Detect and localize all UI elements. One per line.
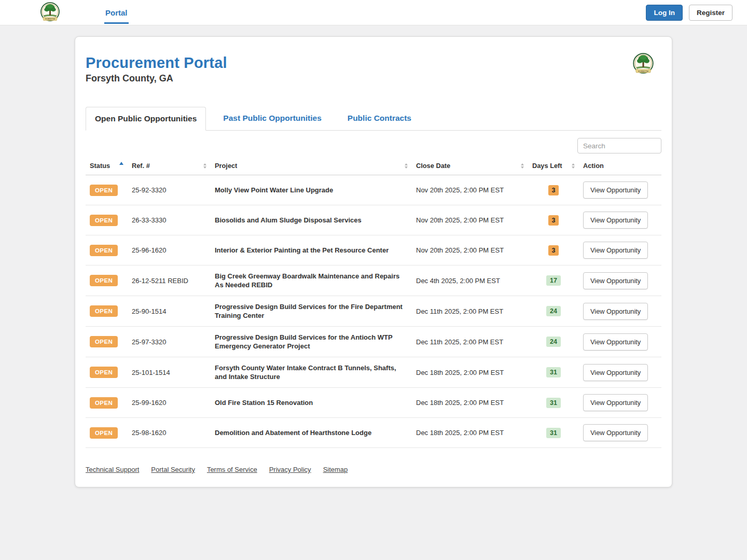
project-name: Old Fire Station 15 Renovation [211, 388, 412, 418]
column-header-action: Action [579, 158, 661, 175]
tab-public-contracts[interactable]: Public Contracts [339, 107, 420, 130]
view-opportunity-button[interactable]: View Opportunity [583, 364, 648, 381]
tab-bar: Open Public Opportunities Past Public Op… [86, 107, 661, 131]
search-bar-container [86, 138, 661, 153]
footer-link-technical-support[interactable]: Technical Support [86, 466, 139, 473]
sort-icon [405, 163, 408, 169]
top-navbar: FORSYTH Portal Log In Register [0, 0, 747, 25]
table-row: OPEN 25-90-1514 Progressive Design Build… [86, 296, 661, 327]
table-row: OPEN 26-33-3330 Biosolids and Alum Sludg… [86, 205, 661, 235]
table-row: OPEN 25-92-3320 Molly View Point Water L… [86, 175, 661, 205]
footer-link-sitemap[interactable]: Sitemap [323, 466, 348, 473]
sort-icon [203, 163, 206, 169]
close-date: Dec 18th 2025, 2:00 PM EST [412, 418, 528, 448]
sort-icon [572, 163, 575, 169]
days-left-badge: 3 [548, 215, 559, 226]
close-date: Dec 11th 2025, 2:00 PM EST [412, 296, 528, 327]
status-badge: OPEN [90, 275, 118, 286]
status-badge: OPEN [90, 245, 118, 256]
status-badge: OPEN [90, 305, 118, 317]
status-badge: OPEN [90, 397, 118, 409]
column-label-status: Status [90, 162, 110, 170]
logo-banner-text: FORSYTH [638, 70, 648, 73]
ref-number: 25-98-1620 [128, 418, 211, 448]
ref-number: 25-92-3320 [128, 175, 211, 205]
ref-number: 26-12-5211 REBID [128, 265, 211, 296]
view-opportunity-button[interactable]: View Opportunity [583, 333, 648, 351]
footer: Technical Support Portal Security Terms … [86, 466, 661, 473]
table-row: OPEN 26-12-5211 REBID Big Creek Greenway… [86, 265, 661, 296]
days-left-badge: 24 [546, 337, 561, 347]
view-opportunity-button[interactable]: View Opportunity [583, 303, 648, 320]
ref-number: 25-90-1514 [128, 296, 211, 327]
footer-link-portal-security[interactable]: Portal Security [151, 466, 195, 473]
table-row: OPEN 25-99-1620 Old Fire Station 15 Reno… [86, 388, 661, 418]
project-name: Forsyth County Water Intake Contract B T… [211, 357, 412, 388]
days-left-badge: 31 [546, 367, 561, 377]
ref-number: 25-99-1620 [128, 388, 211, 418]
ref-number: 25-97-3320 [128, 327, 211, 357]
view-opportunity-button[interactable]: View Opportunity [583, 181, 648, 199]
status-badge: OPEN [90, 185, 118, 196]
project-name: Interior & Exterior Painting at the Pet … [211, 235, 412, 265]
column-label-days-left: Days Left [532, 162, 562, 170]
tab-open-public-opportunities[interactable]: Open Public Opportunities [86, 107, 206, 131]
column-header-project[interactable]: Project [211, 158, 412, 175]
footer-link-terms-of-service[interactable]: Terms of Service [207, 466, 257, 473]
status-badge: OPEN [90, 367, 118, 378]
close-date: Dec 11th 2025, 2:00 PM EST [412, 327, 528, 357]
column-header-status[interactable]: Status [86, 158, 128, 175]
view-opportunity-button[interactable]: View Opportunity [583, 394, 648, 411]
days-left-badge: 31 [546, 398, 561, 408]
page-subtitle: Forsyth County, GA [86, 73, 227, 84]
project-name: Progressive Design Build Services for th… [211, 327, 412, 357]
card-header: Procurement Portal Forsyth County, GA FO… [86, 48, 661, 84]
days-left-badge: 31 [546, 428, 561, 438]
ref-number: 25-101-1514 [128, 357, 211, 388]
table-row: OPEN 25-96-1620 Interior & Exterior Pain… [86, 235, 661, 265]
column-label-close-date: Close Date [416, 162, 450, 170]
view-opportunity-button[interactable]: View Opportunity [583, 424, 648, 441]
view-opportunity-button[interactable]: View Opportunity [583, 212, 648, 229]
login-button[interactable]: Log In [646, 5, 683, 21]
table-row: OPEN 25-97-3320 Progressive Design Build… [86, 327, 661, 357]
sort-icon [521, 163, 524, 169]
days-left-badge: 17 [546, 275, 561, 286]
column-header-close-date[interactable]: Close Date [412, 158, 528, 175]
column-label-ref: Ref. # [132, 162, 150, 170]
close-date: Nov 20th 2025, 2:00 PM EST [412, 205, 528, 235]
opportunities-tbody: OPEN 25-92-3320 Molly View Point Water L… [86, 175, 661, 448]
logo-banner-text: FORSYTH [45, 18, 55, 20]
search-input[interactable] [577, 138, 661, 153]
nav-actions: Log In Register [646, 5, 732, 21]
close-date: Dec 18th 2025, 2:00 PM EST [412, 357, 528, 388]
forsyth-county-logo: FORSYTH [38, 2, 62, 23]
tab-past-public-opportunities[interactable]: Past Public Opportunities [214, 107, 330, 130]
status-badge: OPEN [90, 215, 118, 226]
column-label-action: Action [583, 162, 604, 170]
ref-number: 25-96-1620 [128, 235, 211, 265]
days-left-badge: 24 [546, 306, 561, 316]
project-name: Biosolids and Alum Sludge Disposal Servi… [211, 205, 412, 235]
table-row: OPEN 25-98-1620 Demolition and Abatement… [86, 418, 661, 448]
close-date: Dec 18th 2025, 2:00 PM EST [412, 388, 528, 418]
procurement-portal-card: Procurement Portal Forsyth County, GA FO… [75, 36, 672, 487]
title-block: Procurement Portal Forsyth County, GA [86, 48, 227, 84]
column-header-ref[interactable]: Ref. # [128, 158, 211, 175]
register-button[interactable]: Register [689, 5, 732, 21]
view-opportunity-button[interactable]: View Opportunity [583, 272, 648, 289]
nav-portal-link[interactable]: Portal [105, 0, 128, 25]
project-name: Molly View Point Water Line Upgrade [211, 175, 412, 205]
table-row: OPEN 25-101-1514 Forsyth County Water In… [86, 357, 661, 388]
project-name: Big Creek Greenway Boardwalk Maintenance… [211, 265, 412, 296]
table-header-row: Status Ref. # Project [86, 158, 661, 175]
column-header-days-left[interactable]: Days Left [528, 158, 579, 175]
close-date: Dec 4th 2025, 2:00 PM EST [412, 265, 528, 296]
close-date: Nov 20th 2025, 2:00 PM EST [412, 175, 528, 205]
footer-link-privacy-policy[interactable]: Privacy Policy [269, 466, 311, 473]
days-left-badge: 3 [548, 245, 559, 256]
status-badge: OPEN [90, 336, 118, 347]
column-label-project: Project [215, 162, 237, 170]
status-badge: OPEN [90, 427, 118, 439]
view-opportunity-button[interactable]: View Opportunity [583, 242, 648, 259]
